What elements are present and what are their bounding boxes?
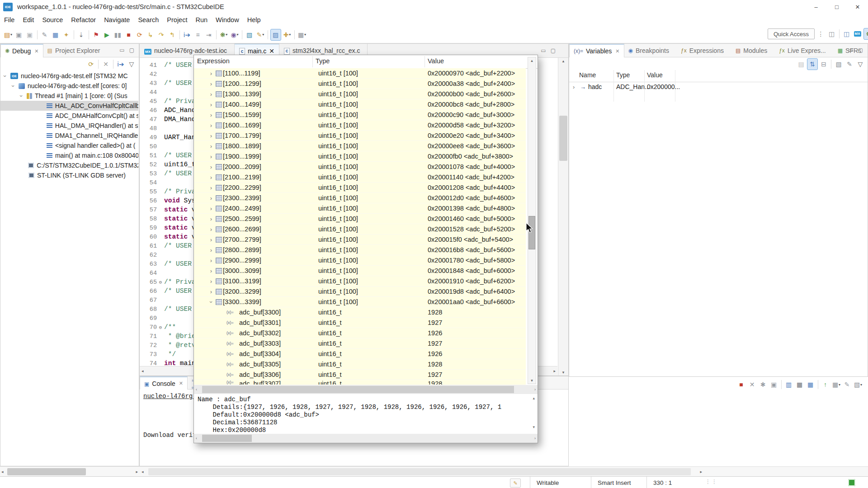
expander-icon[interactable]: › bbox=[208, 267, 214, 274]
column-value[interactable]: Value bbox=[428, 57, 444, 65]
tree-row[interactable]: › nucleo-l476rg-adc-test.elf [cores: 0] bbox=[0, 81, 138, 91]
open-console-icon[interactable]: ▣ bbox=[769, 379, 779, 390]
save-icon[interactable]: ▣ bbox=[14, 29, 24, 40]
maximize-button[interactable]: □ bbox=[826, 0, 847, 14]
cpp-perspective-icon[interactable]: ◫ bbox=[842, 28, 852, 39]
view-minmax[interactable]: ▭▢ bbox=[848, 47, 863, 53]
expression-row[interactable]: › (x)= [1800...1899] uint16_t [100] 0x20… bbox=[194, 141, 526, 151]
view-minmax[interactable]: ▭▢ bbox=[119, 47, 134, 53]
expander-icon[interactable]: › bbox=[208, 80, 214, 87]
edit-expression-icon[interactable]: ✎ bbox=[844, 59, 854, 70]
save-all-icon[interactable]: ▣ bbox=[25, 29, 35, 40]
toolbar-divider[interactable] bbox=[89, 30, 89, 39]
edit-mode-icon[interactable]: ✎ bbox=[510, 479, 521, 488]
display-blue-icon[interactable]: ▦ bbox=[806, 379, 816, 390]
layout-menu-icon[interactable]: ▧▾ bbox=[853, 379, 863, 390]
skip-breakpoints-icon[interactable]: ⇥ bbox=[204, 29, 214, 40]
chart-icon[interactable]: ▥ bbox=[784, 379, 794, 390]
close-icon[interactable]: ✕ bbox=[615, 48, 619, 54]
search-icon[interactable]: ▨ bbox=[270, 29, 281, 41]
expression-row[interactable]: › (x)= [2100...2199] uint16_t [100] 0x20… bbox=[194, 172, 526, 183]
expression-row[interactable]: › (x)= [3000...3099] uint16_t [100] 0x20… bbox=[194, 266, 526, 276]
expression-row[interactable]: › (x)= [2000...2099] uint16_t [100] 0x20… bbox=[194, 162, 526, 172]
show-disassembly-icon[interactable]: ≡ bbox=[193, 29, 203, 40]
editor-minmax[interactable]: ▭▢ bbox=[541, 47, 556, 54]
pin-console-icon[interactable]: ✎ bbox=[842, 379, 852, 390]
step-into-icon[interactable]: ↳ bbox=[146, 29, 156, 40]
tree-row[interactable]: › IDE nucleo-l476rg-adc-test.elf [STM32 … bbox=[0, 71, 138, 81]
show-type-names-icon[interactable]: ▤ bbox=[796, 59, 806, 70]
toolbar-divider[interactable] bbox=[113, 60, 113, 69]
open-element-icon[interactable]: ▦ bbox=[51, 29, 61, 40]
instruction-stepping-icon[interactable]: i➔ bbox=[116, 59, 126, 70]
toolbar-divider[interactable] bbox=[831, 60, 831, 69]
expression-row[interactable]: › (x)= [1100...1199] uint16_t [100] 0x20… bbox=[194, 68, 526, 79]
expander-icon[interactable]: › bbox=[208, 112, 214, 118]
expression-row[interactable]: › (x)= [2600...2699] uint16_t [100] 0x20… bbox=[194, 224, 526, 235]
editor-vertical-scrollbar[interactable]: ▴ ▾ bbox=[558, 58, 568, 375]
annotations-icon[interactable]: ▦▾ bbox=[297, 29, 307, 40]
view-tab[interactable]: ▤ Modules bbox=[731, 44, 775, 57]
expression-row[interactable]: (x)= adc_buf[3300] uint16_t 1928 bbox=[194, 307, 526, 318]
view-tab[interactable]: ▣ Console ✕ bbox=[140, 376, 188, 389]
menu-item[interactable]: Help bbox=[243, 16, 265, 23]
menu-item[interactable]: Edit bbox=[19, 16, 38, 23]
toolbar-divider[interactable] bbox=[216, 30, 217, 39]
debug-as-icon[interactable]: ❋▾ bbox=[219, 29, 229, 40]
expander-icon[interactable]: › bbox=[208, 236, 214, 243]
tree-row[interactable]: main() at main.c:108 0x80040 bbox=[0, 150, 138, 160]
expression-row[interactable]: › (x)= [2900...2999] uint16_t [100] 0x20… bbox=[194, 255, 526, 266]
expression-row[interactable]: › (x)= [2700...2799] uint16_t [100] 0x20… bbox=[194, 235, 526, 245]
step-return-icon[interactable]: ↰ bbox=[167, 29, 177, 40]
terminate-icon[interactable]: ■ bbox=[124, 29, 134, 40]
menu-item[interactable]: Refactor bbox=[67, 16, 100, 23]
quick-access-button[interactable]: Quick Access bbox=[768, 28, 815, 39]
open-perspective-icon[interactable]: ◫ bbox=[827, 28, 837, 39]
expression-row[interactable]: › (x)= [1400...1499] uint16_t [100] 0x20… bbox=[194, 99, 526, 110]
expression-row[interactable]: (x)= adc_buf[3306] uint16_t 1927 bbox=[194, 370, 526, 380]
step-over-icon[interactable]: ↷ bbox=[156, 29, 166, 40]
toolbar-divider[interactable] bbox=[818, 380, 818, 389]
expander-icon[interactable]: › bbox=[208, 216, 214, 222]
expression-row[interactable]: › (x)= [2200...2299] uint16_t [100] 0x20… bbox=[194, 183, 526, 193]
scrollbar-thumb[interactable] bbox=[7, 468, 86, 475]
new-wizard-icon[interactable]: ▤▾ bbox=[3, 29, 13, 40]
expander-icon[interactable]: › bbox=[208, 122, 214, 129]
suspend-icon[interactable]: ▮▮ bbox=[113, 29, 123, 40]
pin-icon[interactable]: ✚▾ bbox=[282, 29, 292, 40]
tree-row[interactable]: HAL_ADC_ConvHalfCpltCallb bbox=[0, 101, 138, 111]
column-name[interactable]: Name bbox=[579, 71, 596, 79]
build-icon[interactable]: ✦ bbox=[61, 29, 71, 40]
resume-icon[interactable]: ▶ bbox=[102, 29, 112, 40]
expression-row[interactable]: › (x)= [1500...1599] uint16_t [100] 0x20… bbox=[194, 110, 526, 120]
expression-row[interactable]: › (x)= [3200...3299] uint16_t [100] 0x20… bbox=[194, 286, 526, 297]
expression-detail-pane[interactable]: Name : adc_buf Details:{1927, 1926, 1928… bbox=[194, 394, 538, 434]
clear-console-icon[interactable]: ✱ bbox=[758, 379, 768, 390]
expander-icon[interactable]: › bbox=[208, 257, 214, 264]
toolbar-divider[interactable] bbox=[98, 60, 99, 69]
view-tab[interactable]: ◉ Breakpoints bbox=[624, 44, 677, 57]
tree-row[interactable]: ADC_DMAHalfConvCplt() at s bbox=[0, 111, 138, 121]
expression-row[interactable]: › (x)= [1900...1999] uint16_t [100] 0x20… bbox=[194, 151, 526, 162]
expression-row-partial[interactable]: (x)= adc_buf[3307] uint16_t 1928 bbox=[194, 380, 526, 385]
sort-icon[interactable]: ⇅ bbox=[807, 58, 818, 70]
restart-icon[interactable]: ⟳ bbox=[86, 59, 96, 70]
popup-vertical-scrollbar[interactable]: ▴ ▾ bbox=[528, 57, 536, 384]
expression-row[interactable]: › (x)= [1200...1299] uint16_t [100] 0x20… bbox=[194, 79, 526, 89]
menu-item[interactable]: File bbox=[0, 16, 19, 23]
remove-console-icon[interactable]: ✕ bbox=[747, 379, 757, 390]
grid-menu-icon[interactable]: ▦▾ bbox=[831, 379, 841, 390]
close-button[interactable]: ✕ bbox=[847, 0, 868, 14]
expression-row[interactable]: › (x)= [2500...2599] uint16_t [100] 0x20… bbox=[194, 214, 526, 224]
perspective-menu-icon[interactable]: ⋮ bbox=[816, 28, 826, 39]
tree-row[interactable]: › Thread #1 [main] 1 [core: 0] (Sus bbox=[0, 91, 138, 101]
toolbar-divider[interactable] bbox=[242, 30, 242, 39]
scrollbar-thumb[interactable] bbox=[202, 435, 252, 442]
status-grip[interactable]: ⋮⋮ bbox=[705, 479, 718, 485]
expander-icon[interactable]: › bbox=[208, 184, 214, 191]
import-icon[interactable]: ↑ bbox=[821, 379, 830, 390]
expression-row[interactable]: › (x)= [1600...1699] uint16_t [100] 0x20… bbox=[194, 120, 526, 131]
fold-icon[interactable]: ⊖ bbox=[157, 324, 164, 330]
scrollbar-thumb[interactable] bbox=[559, 116, 567, 161]
menu-item[interactable]: Search bbox=[134, 16, 163, 23]
